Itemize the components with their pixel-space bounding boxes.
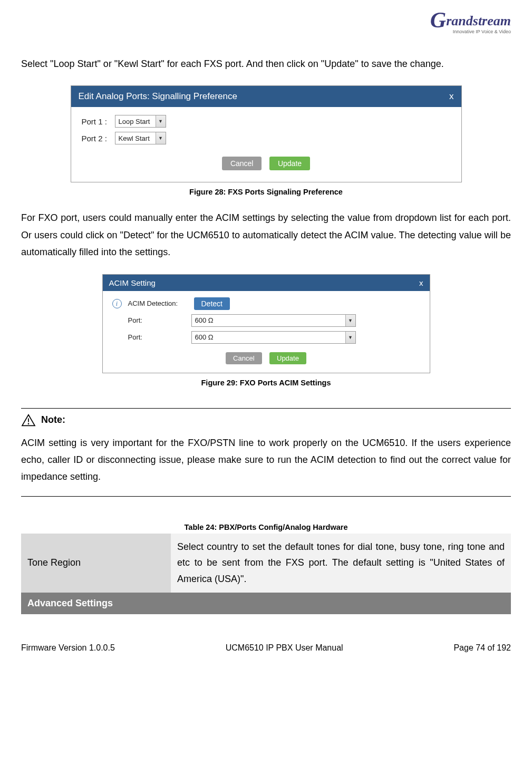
dialog-title-bar: Edit Analog Ports: Signalling Preference… — [71, 86, 461, 107]
figure-28-caption: Figure 28: FXS Ports Signaling Preferenc… — [21, 188, 511, 196]
param-name: Tone Region — [21, 534, 171, 593]
port1-label: Port 1 : — [82, 117, 115, 126]
chevron-down-icon: ▼ — [156, 115, 166, 127]
dialog-fxs-signalling: Edit Analog Ports: Signalling Preference… — [71, 85, 462, 182]
page-header: Grandstream Innovative IP Voice & Video — [21, 0, 511, 55]
divider — [21, 408, 511, 409]
port-acim-value-1: 600 Ω — [192, 316, 345, 324]
note-heading: Note: — [21, 414, 511, 427]
config-table: Tone Region Select country to set the de… — [21, 534, 511, 614]
footer-mid: UCM6510 IP PBX User Manual — [226, 643, 343, 653]
paragraph-intro-fxs: Select "Loop Start" or "Kewl Start" for … — [21, 55, 511, 72]
port1-select[interactable]: Loop Start ▼ — [115, 115, 166, 128]
chevron-down-icon: ▼ — [345, 315, 355, 326]
logo-tagline: Innovative IP Voice & Video — [405, 29, 511, 34]
info-icon: i — [112, 299, 122, 308]
note-body: ACIM setting is very important for the F… — [21, 434, 511, 486]
divider — [21, 496, 511, 497]
page-footer: Firmware Version 1.0.0.5 UCM6510 IP PBX … — [21, 614, 511, 661]
table-section-header: Advanced Settings — [21, 593, 511, 614]
close-icon[interactable]: x — [419, 278, 423, 287]
figure-29-caption: Figure 29: FXO Ports ACIM Settings — [21, 379, 511, 387]
update-button[interactable]: Update — [269, 157, 310, 170]
chevron-down-icon: ▼ — [156, 132, 166, 144]
paragraph-intro-fxo: For FXO port, users could manually enter… — [21, 209, 511, 260]
brand-logo: Grandstream Innovative IP Voice & Video — [405, 5, 511, 42]
param-desc: Select country to set the default tones … — [171, 534, 511, 593]
table-row: Tone Region Select country to set the de… — [21, 534, 511, 593]
footer-left: Firmware Version 1.0.0.5 — [21, 643, 115, 653]
chevron-down-icon: ▼ — [345, 332, 355, 343]
note-label: Note: — [41, 414, 65, 425]
port2-value: Kewl Start — [115, 134, 156, 142]
dialog-title: ACIM Setting — [109, 278, 156, 287]
dialog-title: Edit Analog Ports: Signalling Preference — [79, 91, 237, 102]
dialog-title-bar: ACIM Setting x — [103, 275, 430, 291]
port-acim-select-1[interactable]: 600 Ω ▼ — [191, 314, 356, 327]
port-label: Port: — [128, 316, 191, 324]
dialog-acim-setting: ACIM Setting x i ACIM Detection: Detect … — [102, 274, 430, 373]
port-acim-value-2: 600 Ω — [192, 333, 345, 341]
acim-detection-label: ACIM Detection: — [128, 299, 191, 307]
port2-select[interactable]: Kewl Start ▼ — [115, 132, 166, 144]
svg-point-2 — [28, 423, 30, 424]
cancel-button[interactable]: Cancel — [226, 352, 262, 364]
table-24-caption: Table 24: PBX/Ports Config/Analog Hardwa… — [21, 523, 511, 531]
port-label: Port: — [128, 333, 191, 341]
port2-label: Port 2 : — [82, 134, 115, 143]
warning-icon — [21, 414, 36, 427]
cancel-button[interactable]: Cancel — [222, 157, 262, 170]
update-button[interactable]: Update — [269, 352, 306, 364]
footer-right: Page 74 of 192 — [453, 643, 511, 653]
port1-value: Loop Start — [115, 118, 156, 125]
section-title: Advanced Settings — [21, 593, 511, 614]
logo-brand: randstream — [446, 13, 511, 28]
logo-initial: G — [430, 8, 446, 32]
detect-button[interactable]: Detect — [194, 297, 230, 310]
close-icon[interactable]: x — [449, 91, 454, 102]
port-acim-select-2[interactable]: 600 Ω ▼ — [191, 331, 356, 344]
